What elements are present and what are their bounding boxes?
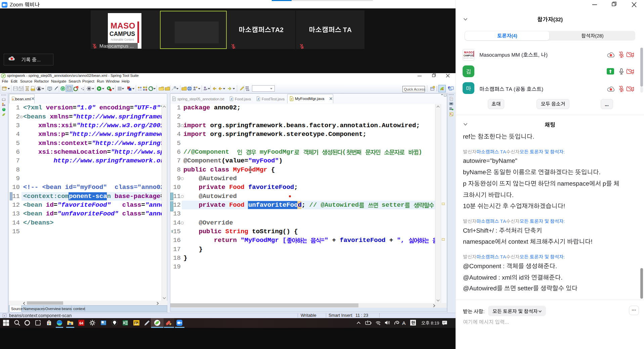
svg-text:J: J [231,97,232,101]
svg-text:J: J [291,97,293,101]
svg-text:J: J [258,97,259,101]
svg-text:64: 64 [79,321,83,325]
svg-text:x: x [12,98,14,100]
